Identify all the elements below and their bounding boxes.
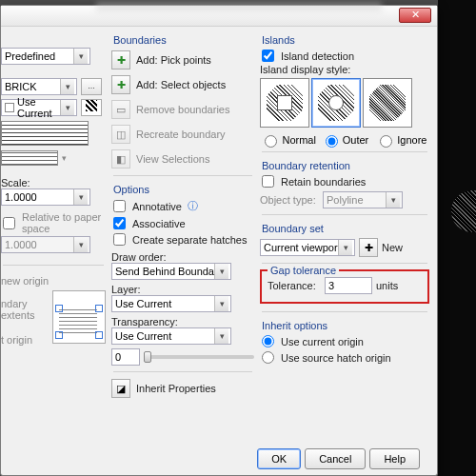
associative-checkbox[interactable] (113, 217, 126, 229)
inherit-properties-icon[interactable]: ◪ (111, 379, 130, 398)
bset-title: Boundary set (262, 223, 429, 234)
scale-label: Scale: (1, 177, 106, 188)
scale-input[interactable]: 1.0000 (1, 188, 90, 206)
island-ignore-radio[interactable]: Ignore (373, 132, 429, 148)
island-outer-radio[interactable]: Outer (316, 132, 372, 148)
pattern-browse-button[interactable]: ... (81, 78, 102, 95)
islands-title: Islands (262, 34, 429, 46)
boundary-set-dropdown[interactable]: Current viewport (260, 239, 355, 256)
info-icon[interactable]: ⓘ (188, 199, 198, 213)
relative-label: Relative to paper space (22, 211, 106, 234)
transparency-slider[interactable] (144, 355, 254, 359)
objtype-dropdown: Polyline (323, 191, 403, 208)
boundaries-title: Boundaries (113, 34, 254, 46)
transparency-dropdown[interactable]: Use Current (111, 327, 231, 345)
gap-tolerance-group: Gap tolerance Tolerance: units (260, 269, 429, 304)
tolerance-input[interactable] (325, 277, 372, 294)
retention-title: Boundary retention (262, 160, 429, 171)
inherit-title: Inherit options (262, 320, 429, 331)
options-title: Options (113, 184, 254, 195)
origin-set-label: t origin (1, 334, 49, 346)
recreate-label: Recreate boundary (136, 129, 226, 140)
type-dropdown[interactable]: Predefined (1, 48, 90, 65)
remove-boundaries-icon: ▭ (111, 100, 130, 119)
transparency-value-input[interactable] (111, 348, 140, 366)
inherit-properties-label[interactable]: Inherit Properties (136, 383, 216, 394)
ok-button[interactable]: OK (257, 448, 301, 469)
island-style-outer[interactable] (311, 78, 361, 128)
inherit-source-radio[interactable] (262, 351, 274, 364)
add-select-label[interactable]: Add: Select objects (136, 79, 226, 90)
recreate-icon: ◫ (111, 125, 130, 144)
transparency-label: Transparency: (111, 316, 254, 327)
retain-checkbox[interactable] (262, 175, 274, 188)
cancel-button[interactable]: Cancel (305, 448, 366, 469)
origin-new-label: new origin (1, 275, 106, 287)
color-swatch-button[interactable] (81, 99, 102, 116)
island-style-label: Island display style: (260, 64, 429, 75)
relative-checkbox[interactable] (3, 217, 15, 229)
draw-order-dropdown[interactable]: Send Behind Boundary (111, 263, 231, 280)
view-selections-icon: ◧ (111, 149, 130, 169)
island-detect-checkbox[interactable] (262, 50, 274, 62)
add-pick-icon[interactable]: ✚ (111, 50, 130, 69)
color-dropdown[interactable]: Use Current (1, 99, 77, 116)
spacing-input: 1.0000 (1, 236, 90, 253)
island-style-normal[interactable] (260, 78, 309, 128)
new-boundary-icon[interactable]: ✚ (359, 238, 378, 257)
separate-checkbox[interactable] (113, 233, 126, 246)
custom-swatch[interactable] (1, 150, 58, 166)
inherit-current-radio[interactable] (262, 335, 274, 347)
island-style-ignore[interactable] (363, 78, 412, 128)
pattern-preview-swatch (1, 121, 89, 146)
draw-order-label: Draw order: (111, 251, 254, 263)
origin-preview (52, 290, 106, 344)
annotative-checkbox[interactable] (113, 200, 126, 212)
island-normal-radio[interactable]: Normal (260, 132, 316, 148)
remove-boundaries-label: Remove boundaries (136, 104, 229, 115)
origin-extents-label: ndary extents (1, 298, 49, 321)
pattern-dropdown[interactable]: BRICK (1, 78, 77, 95)
close-icon[interactable]: ✕ (399, 8, 431, 23)
layer-label: Layer: (111, 284, 254, 295)
hatch-dialog: ✕ Predefined BRICK ... Use Current (0, 5, 438, 476)
add-select-icon[interactable]: ✚ (111, 75, 130, 94)
layer-dropdown[interactable]: Use Current (111, 295, 231, 312)
view-selections-label: View Selections (136, 153, 209, 165)
help-button[interactable]: Help (369, 448, 420, 469)
add-pick-label[interactable]: Add: Pick points (136, 54, 211, 66)
